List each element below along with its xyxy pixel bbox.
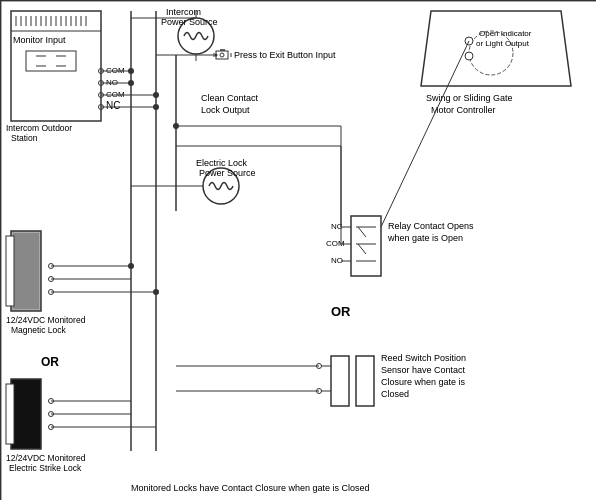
svg-rect-98 <box>356 356 374 406</box>
svg-text:Swing or Sliding Gate: Swing or Sliding Gate <box>426 93 513 103</box>
svg-text:Electric Lock: Electric Lock <box>196 158 248 168</box>
diagram-container: COM NO COM NC Monitor Input Intercom Out… <box>0 0 596 500</box>
svg-rect-57 <box>6 384 14 444</box>
svg-text:or Light Output: or Light Output <box>476 39 530 48</box>
svg-rect-48 <box>13 233 39 309</box>
svg-text:Motor Controller: Motor Controller <box>431 105 496 115</box>
svg-text:NC: NC <box>106 100 120 111</box>
svg-point-124 <box>153 104 159 110</box>
svg-point-127 <box>153 289 159 295</box>
svg-text:12/24VDC Monitored: 12/24VDC Monitored <box>6 315 86 325</box>
svg-point-122 <box>128 80 134 86</box>
svg-point-125 <box>173 123 179 129</box>
svg-text:Lock Output: Lock Output <box>201 105 250 115</box>
svg-text:Intercom Outdoor: Intercom Outdoor <box>6 123 72 133</box>
svg-text:Press to Exit Button Input: Press to Exit Button Input <box>234 50 336 60</box>
svg-point-131 <box>215 54 218 57</box>
svg-point-123 <box>153 92 159 98</box>
svg-text:Electric Strike Lock: Electric Strike Lock <box>9 463 82 473</box>
svg-text:Monitored Locks have Contact C: Monitored Locks have Contact Closure whe… <box>131 483 370 493</box>
svg-point-126 <box>128 263 134 269</box>
svg-text:12/24VDC Monitored: 12/24VDC Monitored <box>6 453 86 463</box>
svg-rect-75 <box>351 216 381 276</box>
svg-text:Station: Station <box>11 133 38 143</box>
svg-text:Open Indicator: Open Indicator <box>479 29 532 38</box>
svg-rect-49 <box>6 236 14 306</box>
svg-text:Closed: Closed <box>381 389 409 399</box>
svg-rect-56 <box>11 379 41 449</box>
svg-text:Clean Contact: Clean Contact <box>201 93 259 103</box>
svg-text:Magnetic Lock: Magnetic Lock <box>11 325 67 335</box>
svg-text:OR: OR <box>331 304 351 319</box>
svg-point-121 <box>128 68 134 74</box>
svg-text:Monitor Input: Monitor Input <box>13 35 66 45</box>
svg-text:Sensor have Contact: Sensor have Contact <box>381 365 466 375</box>
svg-text:OR: OR <box>41 355 59 369</box>
svg-text:Power Source: Power Source <box>199 168 256 178</box>
svg-text:Reed Switch Position: Reed Switch Position <box>381 353 466 363</box>
svg-text:Relay Contact Opens: Relay Contact Opens <box>388 221 474 231</box>
svg-text:Closure when gate is: Closure when gate is <box>381 377 466 387</box>
svg-text:when gate is Open: when gate is Open <box>387 233 463 243</box>
svg-point-91 <box>465 52 473 60</box>
svg-rect-97 <box>331 356 349 406</box>
